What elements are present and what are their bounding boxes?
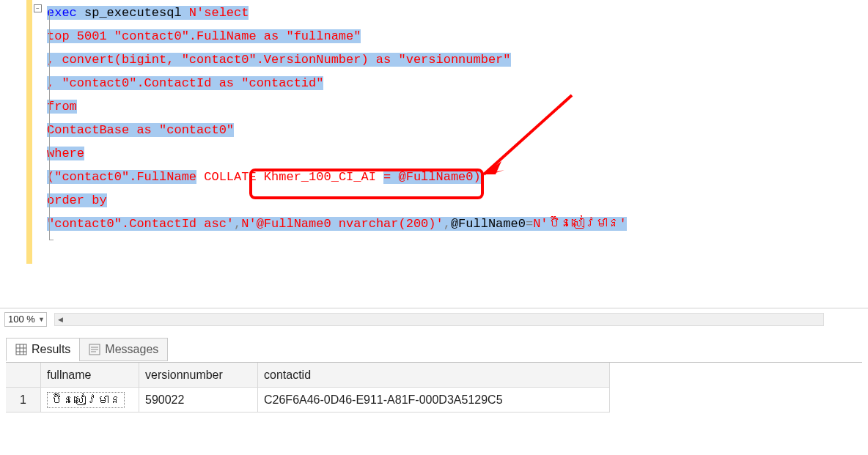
string-open-quote: ' bbox=[540, 217, 548, 231]
orderby-and-close: "contact0".ContactId asc' bbox=[47, 217, 234, 231]
change-indicator-bar bbox=[26, 0, 32, 264]
code-line[interactable]: exec sp_executesql N'select bbox=[47, 1, 859, 25]
code-line[interactable]: "contact0".ContactId asc',N'@FullName0 n… bbox=[47, 212, 859, 236]
table-row[interactable]: 1 ប៊ិនសៀវមាន 590022 C26F6A46-0D46-E911-A… bbox=[6, 388, 862, 413]
collate-clause: COLLATE Khmer_100_CI_AI bbox=[196, 170, 383, 184]
tab-results-label: Results bbox=[32, 343, 70, 356]
sql-fragment: ContactBase as "contact0" bbox=[47, 123, 234, 137]
sql-fragment: , convert(bigint, "contact0".VersionNumb… bbox=[47, 53, 511, 67]
messages-icon bbox=[89, 344, 100, 355]
keyword-where: where bbox=[47, 147, 84, 160]
equals-op: = bbox=[526, 217, 533, 231]
sql-fragment: top 5001 "contact0".FullName as "fullnam… bbox=[47, 29, 361, 43]
cell-contactid[interactable]: C26F6A46-0D46-E911-A81F-000D3A5129C5 bbox=[258, 388, 610, 413]
column-header-versionnumber[interactable]: versionnumber bbox=[139, 363, 258, 388]
outline-collapse-toggle[interactable]: − bbox=[34, 4, 42, 12]
code-line[interactable]: ContactBase as "contact0" bbox=[47, 119, 859, 142]
zoom-level-dropdown[interactable]: 100 % ▼ bbox=[4, 312, 47, 327]
param-value-khmer: ប៊ិនសៀវមាន bbox=[548, 217, 619, 231]
cell-focused-value: ប៊ិនសៀវមាន bbox=[47, 392, 125, 408]
code-line[interactable]: , "contact0".ContactId as "contactid" bbox=[47, 72, 859, 95]
code-line[interactable]: , convert(bigint, "contact0".VersionNumb… bbox=[47, 48, 859, 72]
tab-messages-label: Messages bbox=[105, 343, 158, 356]
proc-name: sp_executesql bbox=[77, 6, 189, 20]
code-line[interactable]: where bbox=[47, 142, 859, 166]
string-n-prefix: N bbox=[189, 6, 196, 20]
code-line[interactable]: from bbox=[47, 95, 859, 119]
row-header[interactable]: 1 bbox=[6, 388, 41, 413]
results-grid[interactable]: fullname versionnumber contactid 1 ប៊ិនស… bbox=[6, 362, 862, 413]
cell-versionnumber[interactable]: 590022 bbox=[139, 388, 258, 413]
svg-rect-3 bbox=[16, 344, 26, 355]
keyword-from: from bbox=[47, 100, 77, 114]
sql-editor[interactable]: − exec sp_executesql N'select top 5001 "… bbox=[0, 0, 868, 293]
comma: , bbox=[234, 217, 241, 231]
string-n-prefix: N bbox=[533, 217, 540, 231]
string-n-prefix: N bbox=[241, 217, 249, 231]
param-name: @FullName0 bbox=[451, 217, 526, 231]
where-expr-left: ("contact0".FullName bbox=[47, 170, 196, 184]
scroll-left-icon[interactable]: ◀ bbox=[55, 314, 67, 325]
tab-results[interactable]: Results bbox=[6, 338, 80, 361]
code-content[interactable]: exec sp_executesql N'select top 5001 "co… bbox=[47, 1, 859, 236]
editor-footer: 100 % ▼ ◀ bbox=[0, 308, 868, 330]
results-tabs: Results Messages bbox=[6, 337, 167, 362]
keyword-orderby: order by bbox=[47, 193, 107, 207]
cell-fullname[interactable]: ប៊ិនសៀវមាន bbox=[41, 388, 139, 413]
horizontal-scrollbar[interactable]: ◀ bbox=[54, 313, 824, 326]
grid-header-row: fullname versionnumber contactid bbox=[6, 363, 862, 388]
comma: , bbox=[444, 217, 451, 231]
zoom-level-value: 100 % bbox=[8, 314, 35, 325]
tab-messages[interactable]: Messages bbox=[79, 338, 168, 361]
code-line[interactable]: ("contact0".FullName COLLATE Khmer_100_C… bbox=[47, 166, 859, 189]
where-expr-right: = @FullName0) bbox=[383, 170, 481, 184]
column-header-contactid[interactable]: contactid bbox=[258, 363, 610, 388]
chevron-down-icon: ▼ bbox=[38, 316, 45, 323]
code-line[interactable]: top 5001 "contact0".FullName as "fullnam… bbox=[47, 25, 859, 48]
results-grid-icon bbox=[15, 344, 27, 355]
param-decl-string: '@FullName0 nvarchar(200)' bbox=[249, 217, 443, 231]
sql-fragment: , "contact0".ContactId as "contactid" bbox=[47, 76, 323, 90]
string-open-quote: ' bbox=[196, 6, 204, 20]
keyword-select: select bbox=[204, 6, 249, 20]
column-header-fullname[interactable]: fullname bbox=[41, 363, 139, 388]
string-close-quote: ' bbox=[619, 217, 627, 231]
grid-corner-cell[interactable] bbox=[6, 363, 41, 388]
editor-gutter bbox=[0, 0, 26, 286]
keyword-exec: exec bbox=[47, 6, 77, 20]
outline-end-tick bbox=[49, 240, 54, 240]
outline-vertical-line bbox=[49, 10, 50, 240]
code-line[interactable]: order by bbox=[47, 189, 859, 212]
